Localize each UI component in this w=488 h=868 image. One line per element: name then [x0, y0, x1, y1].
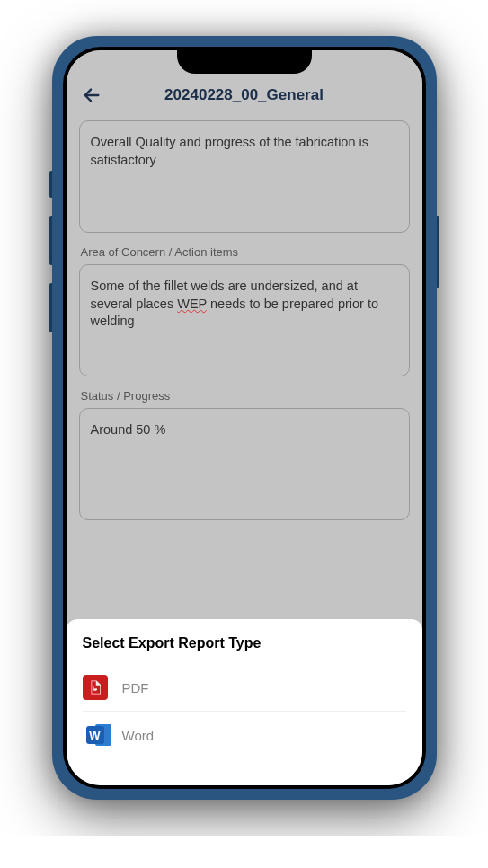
export-option-pdf[interactable]: PDF [83, 664, 406, 712]
status-field[interactable]: Around 50 % [79, 408, 410, 520]
sheet-title: Select Export Report Type [83, 635, 406, 651]
spell-error-word: WEP [177, 297, 207, 311]
export-option-word[interactable]: W Word [83, 712, 406, 758]
quality-text: Overall Quality and progress of the fabr… [91, 134, 398, 169]
word-icon: W [83, 722, 108, 748]
concern-field[interactable]: Some of the fillet welds are undersized,… [79, 264, 410, 376]
back-button[interactable] [81, 84, 102, 106]
phone-notch [177, 47, 312, 74]
pdf-icon [83, 675, 108, 700]
concern-label: Area of Concern / Action items [81, 245, 410, 259]
phone-frame: 20240228_00_General Overall Quality and … [52, 36, 437, 800]
form-content: Overall Quality and progress of the fabr… [67, 115, 422, 619]
back-arrow-icon [82, 85, 102, 105]
status-text: Around 50 % [91, 421, 398, 439]
quality-field[interactable]: Overall Quality and progress of the fabr… [79, 120, 410, 233]
word-label: Word [122, 728, 155, 743]
page-title: 20240228_00_General [102, 86, 408, 104]
pdf-label: PDF [122, 680, 149, 695]
export-bottom-sheet: Select Export Report Type PDF [67, 619, 422, 785]
status-label: Status / Progress [81, 389, 410, 403]
concern-text: Some of the fillet welds are undersized,… [91, 278, 398, 331]
